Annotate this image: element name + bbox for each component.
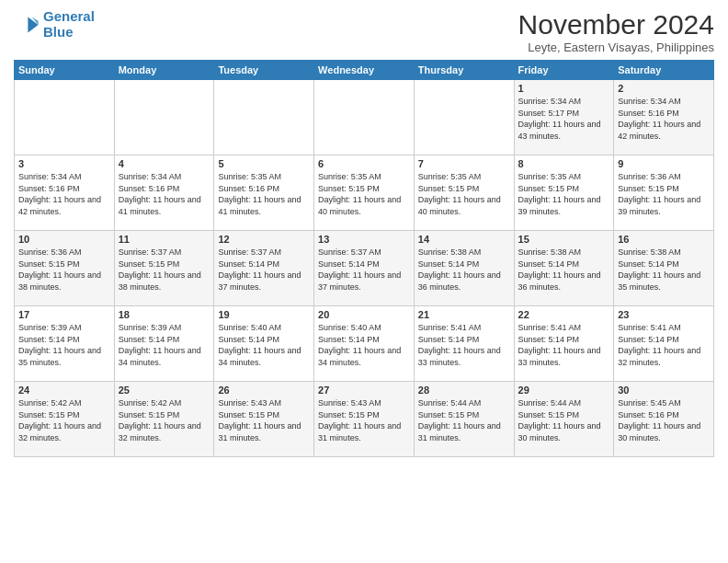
calendar-cell: 3Sunrise: 5:34 AM Sunset: 5:16 PM Daylig… <box>15 155 115 231</box>
day-number: 4 <box>119 158 210 169</box>
day-info: Sunrise: 5:37 AM Sunset: 5:15 PM Dayligh… <box>119 247 210 293</box>
day-info: Sunrise: 5:38 AM Sunset: 5:14 PM Dayligh… <box>418 247 510 293</box>
calendar-cell: 17Sunrise: 5:39 AM Sunset: 5:14 PM Dayli… <box>15 306 115 382</box>
calendar-cell <box>314 80 415 155</box>
day-info: Sunrise: 5:34 AM Sunset: 5:16 PM Dayligh… <box>618 96 710 142</box>
calendar-cell: 15Sunrise: 5:38 AM Sunset: 5:14 PM Dayli… <box>514 231 614 306</box>
day-number: 15 <box>518 234 610 245</box>
calendar-week-2: 3Sunrise: 5:34 AM Sunset: 5:16 PM Daylig… <box>15 155 714 231</box>
day-number: 26 <box>218 385 310 396</box>
day-info: Sunrise: 5:35 AM Sunset: 5:15 PM Dayligh… <box>518 171 610 217</box>
logo-line1: General <box>43 8 95 24</box>
logo-icon <box>14 12 40 38</box>
calendar-week-4: 17Sunrise: 5:39 AM Sunset: 5:14 PM Dayli… <box>15 306 714 382</box>
calendar-cell: 13Sunrise: 5:37 AM Sunset: 5:14 PM Dayli… <box>314 231 415 306</box>
day-number: 14 <box>418 234 510 245</box>
day-number: 5 <box>218 158 310 169</box>
day-info: Sunrise: 5:43 AM Sunset: 5:15 PM Dayligh… <box>318 397 410 443</box>
day-info: Sunrise: 5:40 AM Sunset: 5:14 PM Dayligh… <box>318 322 410 368</box>
day-number: 29 <box>518 385 610 396</box>
calendar-week-1: 1Sunrise: 5:34 AM Sunset: 5:17 PM Daylig… <box>15 80 714 155</box>
day-number: 1 <box>518 83 610 94</box>
day-number: 30 <box>618 385 710 396</box>
day-info: Sunrise: 5:42 AM Sunset: 5:15 PM Dayligh… <box>119 397 210 443</box>
logo: General Blue <box>14 9 95 40</box>
header-sunday: Sunday <box>15 61 115 80</box>
calendar-cell: 26Sunrise: 5:43 AM Sunset: 5:15 PM Dayli… <box>214 382 314 457</box>
calendar-cell: 1Sunrise: 5:34 AM Sunset: 5:17 PM Daylig… <box>514 80 614 155</box>
calendar-cell: 30Sunrise: 5:45 AM Sunset: 5:16 PM Dayli… <box>614 382 714 457</box>
day-info: Sunrise: 5:34 AM Sunset: 5:17 PM Dayligh… <box>518 96 610 142</box>
calendar-cell: 21Sunrise: 5:41 AM Sunset: 5:14 PM Dayli… <box>414 306 514 382</box>
day-number: 7 <box>418 158 510 169</box>
day-info: Sunrise: 5:42 AM Sunset: 5:15 PM Dayligh… <box>18 397 110 443</box>
day-info: Sunrise: 5:44 AM Sunset: 5:15 PM Dayligh… <box>518 397 610 443</box>
logo-text: General Blue <box>43 9 95 40</box>
header-saturday: Saturday <box>614 61 714 80</box>
title-block: November 2024 Leyte, Eastern Visayas, Ph… <box>518 9 714 54</box>
day-info: Sunrise: 5:41 AM Sunset: 5:14 PM Dayligh… <box>518 322 610 368</box>
day-info: Sunrise: 5:44 AM Sunset: 5:15 PM Dayligh… <box>418 397 510 443</box>
day-number: 10 <box>18 234 110 245</box>
calendar-table: Sunday Monday Tuesday Wednesday Thursday… <box>14 60 714 457</box>
header: General Blue November 2024 Leyte, Easter… <box>14 9 714 54</box>
calendar-cell <box>114 80 214 155</box>
calendar-cell: 8Sunrise: 5:35 AM Sunset: 5:15 PM Daylig… <box>514 155 614 231</box>
day-number: 9 <box>618 158 710 169</box>
calendar-cell: 25Sunrise: 5:42 AM Sunset: 5:15 PM Dayli… <box>114 382 214 457</box>
header-monday: Monday <box>114 61 214 80</box>
day-info: Sunrise: 5:34 AM Sunset: 5:16 PM Dayligh… <box>119 171 210 217</box>
calendar-cell: 6Sunrise: 5:35 AM Sunset: 5:15 PM Daylig… <box>314 155 415 231</box>
header-friday: Friday <box>514 61 614 80</box>
calendar-cell: 18Sunrise: 5:39 AM Sunset: 5:14 PM Dayli… <box>114 306 214 382</box>
day-info: Sunrise: 5:43 AM Sunset: 5:15 PM Dayligh… <box>218 397 310 443</box>
day-number: 2 <box>618 83 710 94</box>
day-number: 27 <box>318 385 410 396</box>
day-number: 6 <box>318 158 410 169</box>
day-number: 12 <box>218 234 310 245</box>
day-number: 16 <box>618 234 710 245</box>
day-info: Sunrise: 5:41 AM Sunset: 5:14 PM Dayligh… <box>418 322 510 368</box>
calendar-week-5: 24Sunrise: 5:42 AM Sunset: 5:15 PM Dayli… <box>15 382 714 457</box>
calendar-cell: 7Sunrise: 5:35 AM Sunset: 5:15 PM Daylig… <box>414 155 514 231</box>
day-number: 8 <box>518 158 610 169</box>
calendar-cell: 23Sunrise: 5:41 AM Sunset: 5:14 PM Dayli… <box>614 306 714 382</box>
day-number: 3 <box>18 158 110 169</box>
day-info: Sunrise: 5:45 AM Sunset: 5:16 PM Dayligh… <box>618 397 710 443</box>
day-info: Sunrise: 5:37 AM Sunset: 5:14 PM Dayligh… <box>318 247 410 293</box>
day-info: Sunrise: 5:34 AM Sunset: 5:16 PM Dayligh… <box>18 171 110 217</box>
day-number: 28 <box>418 385 510 396</box>
day-number: 19 <box>218 309 310 320</box>
day-number: 13 <box>318 234 410 245</box>
calendar-cell: 5Sunrise: 5:35 AM Sunset: 5:16 PM Daylig… <box>214 155 314 231</box>
month-title: November 2024 <box>518 9 714 40</box>
day-number: 25 <box>119 385 210 396</box>
calendar-cell: 22Sunrise: 5:41 AM Sunset: 5:14 PM Dayli… <box>514 306 614 382</box>
calendar-cell: 24Sunrise: 5:42 AM Sunset: 5:15 PM Dayli… <box>15 382 115 457</box>
day-info: Sunrise: 5:35 AM Sunset: 5:16 PM Dayligh… <box>218 171 310 217</box>
day-info: Sunrise: 5:36 AM Sunset: 5:15 PM Dayligh… <box>18 247 110 293</box>
day-info: Sunrise: 5:38 AM Sunset: 5:14 PM Dayligh… <box>618 247 710 293</box>
calendar-cell: 12Sunrise: 5:37 AM Sunset: 5:14 PM Dayli… <box>214 231 314 306</box>
calendar-cell: 27Sunrise: 5:43 AM Sunset: 5:15 PM Dayli… <box>314 382 415 457</box>
calendar-cell: 4Sunrise: 5:34 AM Sunset: 5:16 PM Daylig… <box>114 155 214 231</box>
calendar-cell <box>214 80 314 155</box>
day-number: 22 <box>518 309 610 320</box>
calendar-cell: 2Sunrise: 5:34 AM Sunset: 5:16 PM Daylig… <box>614 80 714 155</box>
day-info: Sunrise: 5:40 AM Sunset: 5:14 PM Dayligh… <box>218 322 310 368</box>
day-number: 18 <box>119 309 210 320</box>
calendar-cell: 9Sunrise: 5:36 AM Sunset: 5:15 PM Daylig… <box>614 155 714 231</box>
day-number: 21 <box>418 309 510 320</box>
header-row: Sunday Monday Tuesday Wednesday Thursday… <box>15 61 714 80</box>
day-info: Sunrise: 5:39 AM Sunset: 5:14 PM Dayligh… <box>18 322 110 368</box>
day-info: Sunrise: 5:37 AM Sunset: 5:14 PM Dayligh… <box>218 247 310 293</box>
calendar-cell: 20Sunrise: 5:40 AM Sunset: 5:14 PM Dayli… <box>314 306 415 382</box>
day-number: 11 <box>119 234 210 245</box>
calendar-cell: 19Sunrise: 5:40 AM Sunset: 5:14 PM Dayli… <box>214 306 314 382</box>
day-info: Sunrise: 5:41 AM Sunset: 5:14 PM Dayligh… <box>618 322 710 368</box>
logo-line2: Blue <box>43 24 74 40</box>
day-info: Sunrise: 5:39 AM Sunset: 5:14 PM Dayligh… <box>119 322 210 368</box>
subtitle: Leyte, Eastern Visayas, Philippines <box>518 40 714 54</box>
calendar-cell: 10Sunrise: 5:36 AM Sunset: 5:15 PM Dayli… <box>15 231 115 306</box>
calendar-cell: 28Sunrise: 5:44 AM Sunset: 5:15 PM Dayli… <box>414 382 514 457</box>
